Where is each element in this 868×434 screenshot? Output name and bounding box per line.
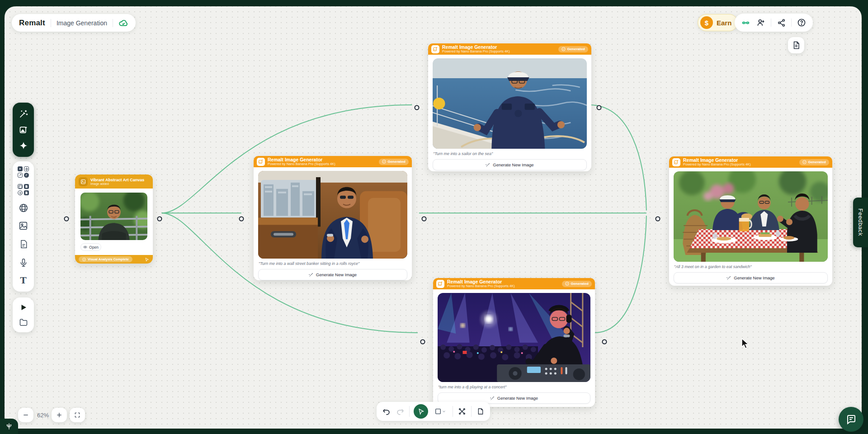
feedback-tab[interactable]: Feedback [853,198,868,247]
generator-header: Remalt Image Generator Powered by Nano B… [433,278,595,289]
node-canvas[interactable]: Vibrant Abstract Art Canvas Image added [5,6,862,429]
zoom-level: 62% [34,408,52,422]
help-icon[interactable] [797,18,807,28]
source-card-title: Vibrant Abstract Art Canvas [90,178,144,183]
generator-subtitle: Powered by Nano Banana Pro (Supports 4K) [442,50,556,54]
port-dj-in[interactable] [420,340,425,344]
header-actions-pill [735,14,813,32]
generated-badge: Generated [799,159,829,165]
chat-support-button[interactable] [839,407,863,432]
analysis-status-badge: Visual Analysis Complete [79,256,132,262]
generator-icon [672,158,680,166]
generate-new-image-button[interactable]: Generate New Image [674,272,828,283]
generator-header: Remalt Image Generator Powered by Nano B… [669,156,832,168]
port-picnic-in[interactable] [656,217,660,222]
check-circle-icon [82,258,86,261]
page-title: Image Generation [57,19,107,27]
play-icon[interactable] [18,302,29,313]
generator-node-banker[interactable]: Remalt Image Generator Powered by Nano B… [254,156,412,280]
generator-subtitle: Powered by Nano Banana Pro (Supports 4K) [447,284,559,288]
open-button-label: Open [89,245,99,250]
prompt-caption: "turn me into a dj playing at a concert" [438,385,590,389]
text-node-icon[interactable]: T [18,275,29,287]
wand-icon [486,163,490,167]
prompt-caption: "Turn me into a sailor on the sea" [433,151,586,156]
generator-node-picnic[interactable]: Remalt Image Generator Powered by Nano B… [669,156,832,286]
divider [113,19,113,27]
frame-tool-button[interactable] [432,406,448,416]
port-sailor-out[interactable] [597,105,602,110]
port-sailor-in[interactable] [415,105,420,110]
generated-badge: Generated [379,159,409,165]
share-icon[interactable] [776,18,786,28]
generator-node-sailor[interactable]: Remalt Image Generator Powered by Nano B… [428,43,591,171]
port-banker-in[interactable] [239,217,244,222]
select-tool-button[interactable] [414,404,428,419]
port-dj-out[interactable] [602,340,607,344]
divider [791,19,792,27]
text-file-node-icon[interactable] [18,238,29,250]
port-banker-out[interactable] [422,217,427,222]
cursor-icon [418,408,425,415]
check-circle-icon [561,47,566,51]
generated-photo-sailor [433,58,587,149]
generator-icon [436,280,444,288]
generator-node-dj[interactable]: Remalt Image Generator Powered by Nano B… [433,278,595,407]
check-circle-icon [382,160,386,164]
divider [471,406,472,417]
minus-icon [23,412,29,418]
media-nodes-group-icon[interactable] [18,184,29,195]
notes-panel-button[interactable] [788,37,804,53]
zoom-in-button[interactable] [52,408,67,422]
fit-view-button[interactable] [70,408,85,422]
divider [51,19,51,27]
port-source-out[interactable] [157,217,162,222]
connector-icon [458,407,466,415]
feedback-label: Feedback [857,208,864,236]
brand-logo[interactable]: Remalt [19,19,45,28]
canvas-toolbar [377,402,490,421]
earn-button[interactable]: $ Earn [698,14,738,31]
wand-icon [309,273,313,277]
generator-icon [257,158,265,166]
page-tool-button[interactable] [476,406,486,416]
wand-icon [726,276,731,280]
generator-subtitle: Powered by Nano Banana Pro (Supports 4K) [268,162,376,166]
magic-wand-icon[interactable] [18,108,29,120]
port-source-in[interactable] [64,217,69,222]
generated-badge: Generated [562,281,592,287]
dollar-coin-icon: $ [700,16,713,29]
earn-label: Earn [717,19,731,27]
run-cursor-icon[interactable] [145,257,149,262]
open-button[interactable]: Open [80,243,101,251]
zoom-out-button[interactable] [18,408,33,422]
chat-bubble-icon [846,414,857,425]
invite-user-icon[interactable] [756,18,766,28]
generate-new-image-button[interactable]: Generate New Image [258,269,407,280]
image-generate-icon[interactable] [18,124,29,136]
generate-new-image-button[interactable]: Generate New Image [433,159,587,170]
infinity-icon[interactable] [741,18,751,28]
fullscreen-icon [74,412,80,418]
source-canvas-node[interactable]: Vibrant Abstract Art Canvas Image added [75,175,153,264]
cloud-sync-icon[interactable] [118,18,128,28]
app-header-pill: Remalt Image Generation [12,14,136,32]
remalt-corner-logo [0,419,18,434]
social-nodes-group-icon[interactable] [18,166,29,178]
folder-icon[interactable] [18,316,29,328]
connector-tool-button[interactable] [457,406,467,416]
image-node-icon[interactable] [18,220,29,232]
generated-photo-dj [438,293,590,382]
web-node-icon[interactable] [18,202,29,214]
app-window: Vibrant Abstract Art Canvas Image added [0,0,868,434]
prompt-caption: "Turn me into a wall street banker sitti… [259,261,407,266]
redo-icon[interactable] [395,406,405,416]
generated-badge: Generated [558,46,588,52]
source-photo [80,193,147,240]
generator-subtitle: Powered by Nano Banana Pro (Supports 4K) [683,163,797,167]
generator-header: Remalt Image Generator Powered by Nano B… [254,156,412,167]
voice-node-icon[interactable] [18,257,29,269]
undo-icon[interactable] [381,406,391,416]
source-card-footer: Visual Analysis Complete [75,255,153,264]
sparkle-icon[interactable] [18,140,29,151]
